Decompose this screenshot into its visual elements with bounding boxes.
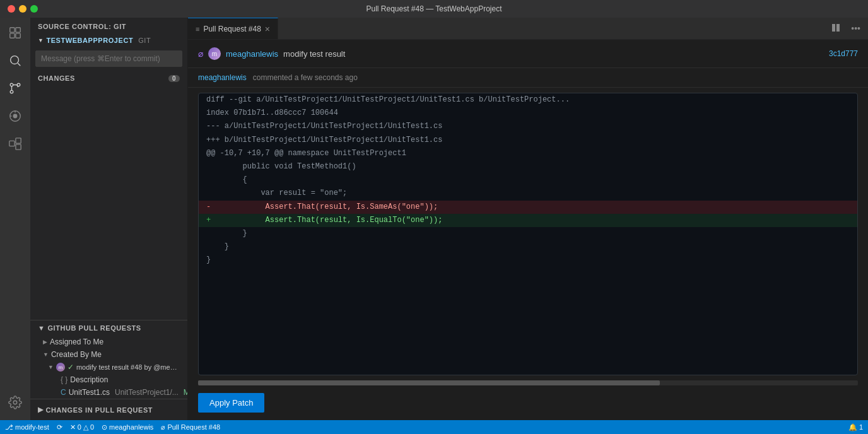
titlebar: Pull Request #48 — TestWebAppProject [0, 0, 868, 18]
pr-comment-meta [249, 73, 250, 82]
source-control-header: SOURCE CONTROL: GIT [30, 18, 187, 34]
activity-source-control-icon[interactable] [3, 76, 28, 101]
repo-label: TESTWEBAPPPROJECT [46, 37, 133, 44]
tab-close-icon[interactable]: × [265, 25, 270, 33]
assigned-arrow-icon: ▶ [43, 339, 47, 345]
pr-author-avatar-small: m [56, 363, 65, 372]
maximize-button[interactable] [30, 5, 38, 13]
svg-point-4 [11, 56, 19, 64]
pr-commit-hash[interactable]: 3c1d777 [829, 49, 858, 58]
pr-commenter-link[interactable]: meaghanlewis [198, 73, 247, 82]
svg-line-5 [18, 63, 20, 66]
activity-debug-icon[interactable] [3, 103, 28, 129]
svg-rect-2 [10, 33, 15, 38]
window-title: Pull Request #48 — TestWebAppProject [366, 4, 501, 13]
diff-line-5: @@ -10,7 +10,7 @@ namespace UnitTestProj… [199, 147, 857, 160]
github-pr-header[interactable]: ▼ GITHUB PULL REQUESTS [30, 320, 187, 336]
pr-file-label: UnitTest1.cs [69, 388, 110, 397]
activity-search-icon[interactable] [3, 48, 28, 73]
status-errors-item[interactable]: ✕ 0 △ 0 [70, 423, 94, 431]
svg-point-7 [10, 90, 13, 93]
svg-point-16 [13, 401, 17, 404]
diff-line-2: index 07b1b71..d86ccc7 100644 [199, 107, 857, 120]
notification-count: 1 [859, 423, 863, 431]
diff-line-9: } [199, 227, 857, 240]
sidebar: SOURCE CONTROL: GIT ▼ TESTWEBAPPPROJECT … [30, 18, 188, 420]
changes-in-pr-header[interactable]: ▶ CHANGES IN PULL REQUEST [30, 402, 187, 418]
pr-description-icon: { } [61, 375, 67, 384]
diff-line-added: + Assert.That(result, Is.EqualTo("one"))… [199, 214, 857, 227]
tab-title: Pull Request #48 [203, 25, 261, 33]
pr-assigned-to-me-item[interactable]: ▶ Assigned To Me [30, 336, 187, 348]
pr-author-link[interactable]: meaghanlewis [226, 49, 278, 59]
status-branch-label: modify-test [15, 423, 49, 431]
apply-patch-button[interactable]: Apply Patch [198, 393, 264, 413]
git-branch-icon: ⎇ [5, 423, 13, 431]
tab-bar-actions: ••• [823, 18, 868, 39]
svg-rect-3 [16, 33, 20, 38]
diff-line-10: } [199, 240, 857, 254]
pr-file-path: UnitTestProject1/... [115, 388, 179, 397]
minimize-button[interactable] [19, 5, 26, 13]
pr-description-item[interactable]: { } Description [30, 373, 187, 386]
svg-rect-14 [16, 138, 21, 143]
status-notifications-item[interactable]: 🔔 1 [848, 423, 863, 431]
warning-icon: △ [83, 423, 88, 431]
svg-point-6 [10, 83, 13, 86]
status-sync-item[interactable]: ⟳ [57, 423, 62, 431]
more-actions-icon[interactable]: ••• [848, 22, 863, 35]
status-errors-count: 0 [78, 423, 81, 431]
pr-status-icon: ⌀ [161, 423, 165, 431]
changes-in-pr-arrow-icon: ▶ [38, 406, 44, 414]
github-pr-section: ▼ GITHUB PULL REQUESTS ▶ Assigned To Me … [30, 320, 187, 399]
diff-line-3: --- a/UnitTestProject1/UnitTestProject1/… [199, 120, 857, 133]
status-bar: ⎇ modify-test ⟳ ✕ 0 △ 0 ⊙ meaghanlewis ⌀… [0, 420, 868, 434]
pr-entry-item[interactable]: ▼ m ✓ modify test result #48 by @mea... [30, 361, 187, 373]
status-right-area: 🔔 1 [848, 423, 863, 431]
status-user-item[interactable]: ⊙ meaghanlewis [102, 423, 153, 431]
svg-rect-13 [9, 141, 15, 146]
pr-file-item[interactable]: C UnitTest1.cs UnitTestProject1/... M [30, 386, 187, 399]
activity-extensions-icon[interactable] [3, 131, 28, 156]
pr-file-icon: C [61, 388, 66, 397]
assigned-to-me-label: Assigned To Me [50, 337, 103, 346]
activity-explorer-icon[interactable] [3, 20, 28, 45]
pull-request-tab[interactable]: ≡ Pull Request #48 × [188, 18, 278, 39]
horizontal-scrollbar[interactable] [198, 380, 858, 385]
diff-line-4: +++ b/UnitTestProject1/UnitTestProject1/… [199, 134, 857, 147]
status-branch-item[interactable]: ⎇ modify-test [5, 423, 49, 431]
pr-author-avatar: m [208, 47, 221, 60]
created-arrow-icon: ▼ [43, 351, 49, 358]
pr-check-icon: ✓ [67, 363, 74, 372]
sync-icon: ⟳ [57, 423, 62, 431]
status-warnings-count: 0 [90, 423, 94, 431]
pr-section-arrow-icon: ▼ [38, 324, 45, 332]
split-editor-icon[interactable] [828, 21, 843, 36]
source-control-label: SOURCE CONTROL: GIT [38, 23, 126, 30]
changes-label: CHANGES [38, 74, 75, 82]
pr-created-by-me-item[interactable]: ▼ Created By Me [30, 348, 187, 361]
pr-content: ⌀ m meaghanlewis modify test result 3c1d… [188, 40, 868, 420]
repo-header[interactable]: ▼ TESTWEBAPPPROJECT GIT [30, 34, 187, 48]
status-pr-item[interactable]: ⌀ Pull Request #48 [161, 423, 220, 431]
pr-entry-arrow-icon: ▼ [48, 364, 54, 370]
svg-rect-1 [16, 28, 20, 32]
scrollbar-thumb[interactable] [198, 380, 660, 385]
created-by-me-label: Created By Me [51, 350, 102, 359]
commit-message-input[interactable] [35, 50, 182, 67]
diff-line-removed: - Assert.That(result, Is.SameAs("one")); [199, 201, 857, 214]
close-button[interactable] [8, 5, 15, 13]
status-pr-label: Pull Request #48 [167, 423, 220, 431]
tab-bar: ≡ Pull Request #48 × ••• [188, 18, 868, 40]
activity-settings-icon[interactable] [3, 390, 28, 415]
status-user-label: meaghanlewis [109, 423, 153, 431]
svg-rect-15 [16, 144, 21, 150]
pr-comment-time: commented a few seconds ago [253, 73, 358, 82]
diff-line-11: } [199, 254, 857, 267]
bell-icon: 🔔 [848, 423, 857, 431]
pr-entry-label: modify test result #48 by @mea... [76, 363, 177, 371]
editor-area: ≡ Pull Request #48 × ••• ⌀ m meaghanlewi… [188, 18, 868, 420]
error-icon: ✕ [70, 423, 76, 431]
tab-icon: ≡ [196, 25, 199, 33]
diff-viewer[interactable]: diff --git a/UnitTestProject1/UnitTestPr… [198, 93, 858, 375]
